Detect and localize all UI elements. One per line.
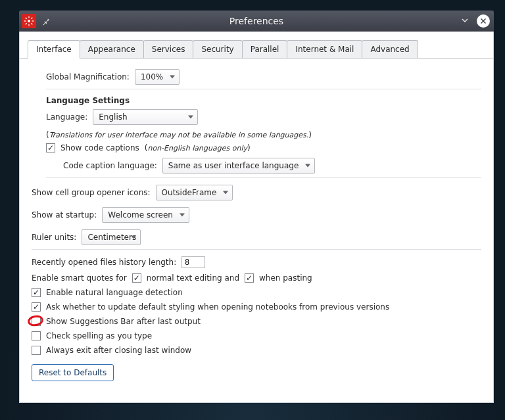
code-caption-language-label: Code caption language: <box>63 161 157 170</box>
tabs: Interface Appearance Services Security P… <box>20 32 493 58</box>
update-styling-label: Ask whether to update default styling wh… <box>46 302 389 312</box>
ruler-units-value: Centimeters <box>87 233 136 242</box>
preferences-window: Interface Appearance Services Security P… <box>19 32 494 403</box>
group-opener-label: Show cell group opener icons: <box>32 188 151 197</box>
ruler-units-select[interactable]: Centimeters <box>82 229 141 245</box>
tab-advanced[interactable]: Advanced <box>362 40 418 58</box>
global-magnification-select[interactable]: 100% <box>135 69 180 85</box>
close-button[interactable] <box>477 14 490 28</box>
global-magnification-label: Global Magnification: <box>46 72 130 82</box>
smart-quotes-normal-checkbox[interactable] <box>132 273 141 283</box>
language-label: Language: <box>46 112 87 122</box>
show-code-captions-checkbox[interactable] <box>46 143 55 152</box>
smart-quotes-pasting-label: when pasting <box>259 273 312 283</box>
tab-services[interactable]: Services <box>143 40 194 58</box>
ruler-units-label: Ruler units: <box>32 233 76 242</box>
svg-line-6 <box>31 23 32 24</box>
tab-security[interactable]: Security <box>193 40 242 58</box>
suggestions-bar-checkbox[interactable] <box>32 317 41 326</box>
language-value: English <box>99 112 127 122</box>
tab-parallel[interactable]: Parallel <box>242 40 288 58</box>
smart-quotes-prefix: Enable smart quotes for <box>32 273 127 283</box>
window-title: Preferences <box>19 16 494 26</box>
code-caption-language-value: Same as user interface language <box>168 161 299 170</box>
code-caption-language-select[interactable]: Same as user interface language <box>162 158 315 174</box>
chevron-down-icon[interactable] <box>460 15 470 28</box>
show-at-startup-label: Show at startup: <box>32 210 97 220</box>
show-at-startup-select[interactable]: Welcome screen <box>102 207 189 223</box>
history-length-label: Recently opened files history length: <box>32 258 176 267</box>
exit-after-last-checkbox[interactable] <box>32 346 41 355</box>
smart-quotes-normal-label: normal text editing and <box>147 273 239 283</box>
window-titlebar: Preferences <box>19 11 494 32</box>
show-code-captions-label: Show code captions <box>60 143 139 152</box>
update-styling-checkbox[interactable] <box>32 302 41 312</box>
smart-quotes-pasting-checkbox[interactable] <box>245 273 254 283</box>
suggestions-bar-label: Show Suggestions Bar after last output <box>46 317 201 326</box>
global-magnification-value: 100% <box>141 72 163 82</box>
svg-line-5 <box>26 18 27 19</box>
pin-icon[interactable] <box>41 16 51 26</box>
history-length-input[interactable] <box>181 256 205 268</box>
spellcheck-checkbox[interactable] <box>32 331 41 340</box>
exit-after-last-label: Always exit after closing last window <box>46 346 191 355</box>
group-opener-value: OutsideFrame <box>162 188 217 197</box>
spellcheck-label: Check spelling as you type <box>46 331 152 340</box>
app-icon <box>22 14 36 28</box>
tab-internet-mail[interactable]: Internet & Mail <box>287 40 362 58</box>
natural-language-checkbox[interactable] <box>32 288 41 297</box>
svg-point-0 <box>28 20 30 22</box>
interface-pane: Global Magnification: 100% Language Sett… <box>20 58 493 402</box>
group-opener-select[interactable]: OutsideFrame <box>156 185 233 200</box>
tab-interface[interactable]: Interface <box>28 40 80 58</box>
language-select[interactable]: English <box>93 109 198 125</box>
svg-line-8 <box>31 18 32 19</box>
language-settings-header: Language Settings <box>46 96 481 105</box>
svg-line-7 <box>26 23 27 24</box>
natural-language-label: Enable natural language detection <box>46 288 183 297</box>
tab-appearance[interactable]: Appearance <box>80 40 144 58</box>
translations-note: (Translations for user interface may not… <box>46 130 481 139</box>
reset-to-defaults-button[interactable]: Reset to Defaults <box>32 364 114 381</box>
show-at-startup-value: Welcome screen <box>108 210 173 220</box>
